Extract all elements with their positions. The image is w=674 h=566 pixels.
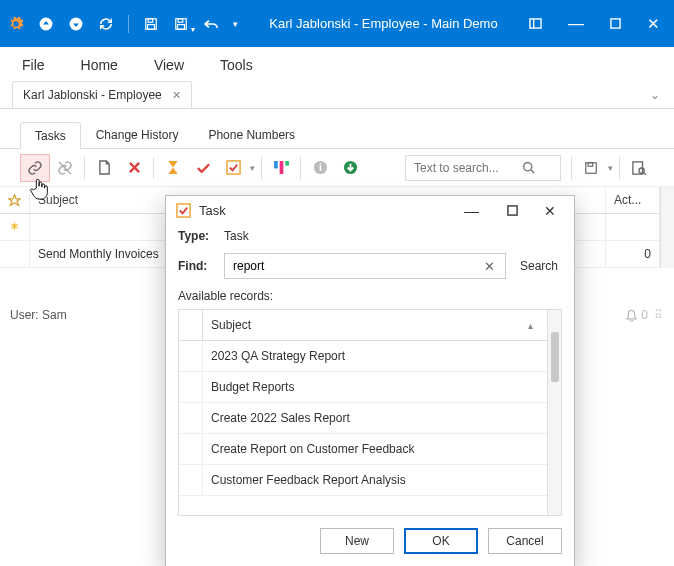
svg-rect-24 [588, 162, 593, 166]
svg-rect-3 [148, 18, 153, 22]
close-tab-icon[interactable]: ✕ [172, 89, 181, 102]
close-button[interactable]: ✕ [647, 15, 660, 33]
down-arrow-circle-icon[interactable] [335, 154, 365, 182]
bell-icon[interactable] [625, 308, 638, 322]
grid-cell-act: 0 [606, 241, 660, 267]
find-input[interactable] [231, 258, 480, 274]
undo-icon[interactable] [203, 16, 219, 32]
tab-phone-numbers[interactable]: Phone Numbers [193, 121, 310, 148]
titlebar-tools: ▾ ▾ [8, 15, 238, 33]
task-check-icon [176, 203, 191, 218]
save-other-icon[interactable]: ▾ [173, 16, 189, 32]
checkbox-dropdown-icon[interactable]: ▾ [248, 163, 257, 173]
dialog-title: Task [199, 203, 446, 218]
title-bar: ▾ ▾ Karl Jablonski - Employee - Main Dem… [0, 0, 674, 47]
link-icon[interactable] [20, 154, 50, 182]
status-user: User: Sam [10, 308, 67, 322]
search-icon[interactable] [522, 161, 535, 174]
svg-rect-7 [178, 24, 185, 29]
menu-home[interactable]: Home [81, 57, 118, 73]
kanban-icon[interactable] [266, 154, 296, 182]
gear-icon[interactable] [8, 16, 24, 32]
new-button[interactable]: New [320, 528, 394, 554]
checkbox-icon[interactable] [218, 154, 248, 182]
svg-rect-4 [148, 24, 155, 29]
search-input[interactable] [412, 160, 522, 176]
ok-button[interactable]: OK [404, 528, 478, 554]
unlink-icon[interactable] [50, 154, 80, 182]
dialog-close-button[interactable]: ✕ [536, 203, 564, 219]
document-tab[interactable]: Karl Jablonski - Employee ✕ [12, 81, 192, 108]
records-col-subject[interactable]: Subject ▴ [203, 310, 547, 340]
task-dialog: Task — ✕ Type: Task Find: ✕ Search Avail… [165, 195, 575, 566]
grid-col-act[interactable]: Act... [606, 187, 660, 213]
toolbar: ▾ i ▾ [0, 149, 674, 187]
refresh-icon[interactable] [98, 16, 114, 32]
cancel-button[interactable]: Cancel [488, 528, 562, 554]
svg-text:i: i [319, 162, 322, 173]
available-records-label: Available records: [178, 289, 562, 303]
minimize-button[interactable]: — [568, 20, 584, 28]
new-doc-icon[interactable] [89, 154, 119, 182]
info-circle-icon[interactable]: i [305, 154, 335, 182]
record-row[interactable]: Customer Feedback Report Analysis [179, 465, 547, 496]
find-label: Find: [178, 259, 214, 273]
dialog-minimize-button[interactable]: — [454, 202, 489, 219]
check-icon[interactable] [188, 154, 218, 182]
records-grid: Subject ▴ 2023 QA Strategy Report Budget… [178, 309, 562, 516]
down-circle-icon[interactable] [68, 16, 84, 32]
svg-rect-14 [226, 161, 239, 174]
svg-rect-28 [177, 204, 190, 217]
record-row[interactable]: 2023 QA Strategy Report [179, 341, 547, 372]
svg-rect-23 [586, 162, 597, 173]
menu-tools[interactable]: Tools [220, 57, 253, 73]
type-value: Task [224, 229, 249, 243]
layout-icon[interactable] [529, 18, 542, 29]
dialog-maximize-button[interactable] [497, 205, 528, 216]
hourglass-icon[interactable] [158, 154, 188, 182]
tab-tasks[interactable]: Tasks [20, 122, 81, 149]
svg-rect-17 [285, 161, 289, 166]
sort-asc-icon[interactable]: ▴ [528, 320, 539, 331]
window-title: Karl Jablonski - Employee - Main Demo [238, 16, 529, 31]
svg-point-21 [524, 163, 532, 171]
document-tab-label: Karl Jablonski - Employee [23, 88, 162, 102]
svg-rect-6 [178, 18, 183, 22]
svg-rect-16 [279, 161, 283, 174]
menu-file[interactable]: File [22, 57, 45, 73]
up-circle-icon[interactable] [38, 16, 54, 32]
search-button[interactable]: Search [516, 259, 562, 273]
menu-bar: File Home View Tools [0, 47, 674, 81]
record-row[interactable]: Create 2022 Sales Report [179, 403, 547, 434]
save-icon[interactable] [143, 16, 159, 32]
svg-line-27 [643, 172, 646, 175]
records-col-blank[interactable] [179, 310, 203, 340]
tab-change-history[interactable]: Change History [81, 121, 194, 148]
scrollbar-thumb[interactable] [551, 332, 559, 382]
grid-col-star[interactable] [0, 187, 30, 213]
window-controls: — ✕ [529, 15, 666, 33]
layout-dropdown-icon[interactable]: ▾ [606, 163, 615, 173]
chevron-down-icon[interactable]: ⌄ [644, 82, 666, 108]
records-header: Subject ▴ [179, 310, 547, 341]
grid-cell-act[interactable] [606, 214, 660, 240]
grip-icon: ⠿ [654, 308, 664, 322]
svg-rect-29 [508, 206, 517, 215]
menu-view[interactable]: View [154, 57, 184, 73]
records-scrollbar[interactable] [547, 310, 561, 515]
maximize-button[interactable] [610, 18, 621, 29]
record-row[interactable]: Create Report on Customer Feedback [179, 434, 547, 465]
inner-tabs: Tasks Change History Phone Numbers [0, 109, 674, 149]
grid-search-icon[interactable] [624, 154, 654, 182]
svg-rect-15 [274, 161, 278, 168]
clear-input-icon[interactable]: ✕ [480, 259, 499, 274]
dialog-titlebar: Task — ✕ [166, 196, 574, 225]
record-row[interactable]: Budget Reports [179, 372, 547, 403]
type-label: Type: [178, 229, 214, 243]
delete-icon[interactable] [119, 154, 149, 182]
layout-save-icon[interactable] [576, 154, 606, 182]
grid-scrollbar[interactable] [660, 187, 674, 268]
svg-rect-8 [530, 19, 541, 28]
search-box[interactable] [405, 155, 561, 181]
dialog-buttons: New OK Cancel [166, 516, 574, 566]
